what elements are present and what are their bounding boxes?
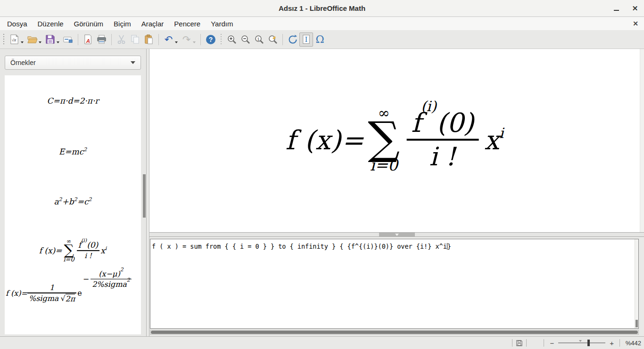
menu-dosya[interactable]: Dosya [2,18,33,29]
copy-button[interactable] [128,32,142,47]
sum-symbol: ∑ [368,120,400,156]
category-dropdown[interactable]: Örnekler [5,56,141,70]
minimize-button[interactable] [612,4,620,13]
help-icon: ? [205,34,216,45]
cut-button[interactable] [115,32,128,47]
command-text-after-cursor: } [447,243,451,250]
show-all-icon [267,34,279,45]
zoom-out-control[interactable]: − [547,339,556,347]
fraction-numerator: f(i)(0) [406,109,479,139]
refresh-icon [287,34,298,45]
standard-toolbar: √x A ↶ ↷ ? 1 [0,30,644,49]
statusbar-separator [512,339,512,347]
sum-symbol: ∑ [64,244,74,256]
example-pythagoras-formula[interactable]: a2+b2=c2 [54,197,91,206]
new-formula-button[interactable]: √x [8,32,21,47]
fraction-block: (x−μ)2 2%sigma2 [91,269,132,290]
refresh-button[interactable] [286,32,299,47]
save-status-icon [516,340,523,347]
close-button[interactable]: ✕ [631,4,639,13]
sidebar-scrollbar-thumb[interactable] [143,174,146,218]
email-icon [63,34,74,45]
fraction-block: 1 %sigma√2π [27,283,76,304]
symbols-catalog-button[interactable]: Ω [313,32,327,47]
sidebar-scrollbar[interactable] [142,75,146,334]
svg-text:?: ? [208,36,213,43]
example-energy-base: E=mc [59,147,83,156]
fraction-block: f(i)(0) i ! [406,109,479,170]
zoom-out-button[interactable] [239,32,252,47]
open-button[interactable] [25,32,39,47]
zoom-slider[interactable] [558,342,605,343]
content-area: Örnekler C=π·d=2·π·r E=mc2 a2+b2=c2 f (x… [0,49,644,336]
document-close-button[interactable]: ✕ [633,20,638,27]
example-taylor-formula[interactable]: f (x)= ∞ ∑ i=0 f(i)(0) i ! xi [39,238,107,263]
chevron-down-icon [131,61,135,64]
statusbar-separator [544,339,544,347]
example-energy-sup: 2 [83,146,87,153]
show-all-button[interactable] [266,32,280,47]
zoom-slider-tick [579,340,582,342]
example-circle-formula[interactable]: C=π·d=2·π·r [47,96,99,106]
formula-canvas[interactable]: f (x)= ∞ ∑ i=0 f(i)(0) i ! xi [149,49,640,232]
cut-icon [116,34,127,45]
splitter-handle[interactable] [379,233,415,236]
command-editor[interactable]: f ( x ) = sum from { { i = 0 } } to { in… [150,239,639,329]
command-text: f ( x ) = sum from { { i = 0 } } to { in… [150,239,638,253]
formula-cursor-button[interactable]: I [299,32,313,47]
svg-text:√x: √x [12,38,17,42]
example-energy-formula[interactable]: E=mc2 [59,147,87,156]
command-horizontal-scrollbar-thumb[interactable] [151,331,638,334]
command-vertical-scrollbar-thumb[interactable] [636,320,638,327]
view-splitter[interactable] [149,232,644,237]
undo-dropdown-caret[interactable] [175,41,178,43]
formula-cursor-icon: I [301,34,312,45]
formula-lhs: f (x)= [286,125,364,155]
print-icon [96,34,107,45]
example-gauss-formula[interactable]: f (x)= 1 %sigma√2π e − (x−μ)2 2%sigma2 [6,283,132,304]
sum-block: ∞ ∑ i=0 [63,238,74,263]
menu-yardim[interactable]: Yardım [206,18,238,29]
redo-button[interactable]: ↷ [180,32,193,47]
paste-icon [143,34,154,45]
zoom-in-control[interactable]: + [607,339,616,347]
menu-pencere[interactable]: Pencere [169,18,206,29]
toolbar-separator [111,34,112,45]
elements-panel: Örnekler C=π·d=2·π·r E=mc2 a2+b2=c2 f (x… [0,49,146,336]
category-dropdown-label: Örnekler [10,59,36,66]
new-dropdown-caret[interactable] [21,41,24,43]
zoom-level-value: %442 [623,340,641,347]
main-formula: f (x)= ∞ ∑ i=0 f(i)(0) i ! xi [286,106,504,174]
formula-view-scrollbar[interactable] [640,49,644,232]
splitter-arrow-icon [395,234,399,236]
menu-bicim[interactable]: Biçim [108,18,136,29]
toolbar-separator [78,34,78,45]
command-vertical-scrollbar[interactable] [635,239,638,328]
undo-button[interactable]: ↶ [162,32,175,47]
menu-araclar[interactable]: Araçlar [136,18,169,29]
open-dropdown-caret[interactable] [39,41,41,43]
email-button[interactable] [61,32,75,47]
command-horizontal-scrollbar[interactable] [150,330,639,335]
svg-text:1: 1 [257,36,259,41]
menu-duzenle[interactable]: Düzenle [33,18,69,29]
toolbar-separator [158,34,159,45]
exponent-block: − (x−μ)2 2%sigma2 [83,269,132,290]
zoom-in-button[interactable] [225,32,239,47]
export-pdf-button[interactable]: A [81,32,95,47]
toolbar-grip[interactable] [2,34,5,45]
zoom-out-icon [240,34,251,45]
redo-dropdown-caret[interactable] [193,41,196,43]
panel-divider [146,49,149,336]
sum-lower-limit: i=0 [370,156,398,174]
menu-gorunum[interactable]: Görünüm [69,18,109,29]
zoom-100-button[interactable]: 1 [252,32,266,47]
paste-button[interactable] [142,32,156,47]
save-dropdown-caret[interactable] [57,41,59,43]
print-button[interactable] [95,32,108,47]
zoom-slider-thumb[interactable] [587,340,590,346]
redo-icon: ↷ [182,34,191,44]
help-button[interactable]: ? [204,32,217,47]
copy-icon [130,34,140,45]
save-button[interactable] [43,32,57,47]
